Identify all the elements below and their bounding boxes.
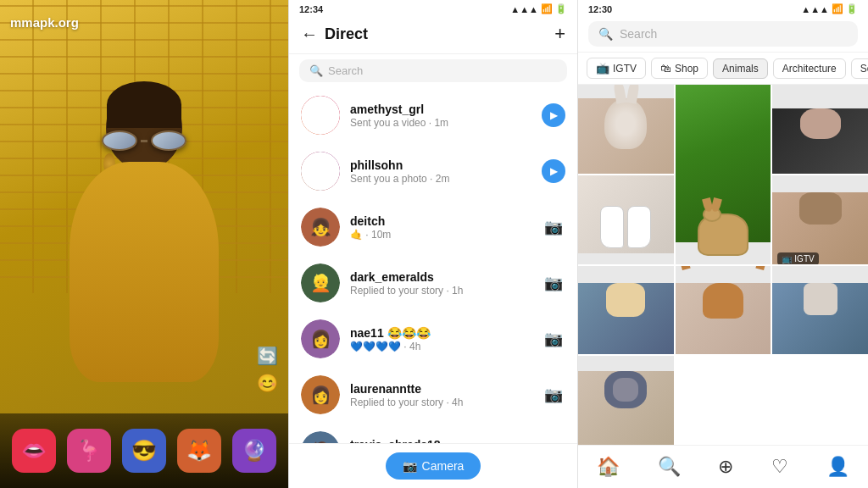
dm-info-2: deitch 🤙 · 10m [350,214,531,241]
dm-action-play-1[interactable]: ▶ [542,159,565,183]
dm-action-camera-5[interactable]: 📷 [542,383,565,407]
grid-cell-3[interactable] [578,175,674,264]
dm-sub-5: Replied to your story · 4h [350,396,531,408]
dm-item-6[interactable]: 🧑 travis_shreds18 🔥🔥🔥 · 1d 📷 [289,423,577,443]
igtv-label: IGTV [794,254,814,263]
search-icon-explore: 🔍 [598,27,613,41]
grid-cell-2[interactable] [772,85,868,174]
dm-item-0[interactable]: 👩 amethyst_grl Sent you a video · 1m ▶ [289,87,577,143]
dm-item-1[interactable]: 👨 phillsohn Sent you a photo · 2m ▶ [289,143,577,199]
tab-igtv[interactable]: 📺 IGTV [587,58,646,79]
tab-architecture[interactable]: Architecture [773,58,846,79]
camera-actions: 🔄 😊 [257,346,278,393]
photo-bg-4: 📺 IGTV [772,192,868,264]
nav-activity[interactable]: ♡ [763,452,797,481]
tab-animals[interactable]: Animals [713,58,768,79]
avatar-circle-3: 👱 [301,263,340,302]
igtv-icon-badge: 📺 [782,254,792,263]
status-time-explore: 12:30 [588,4,612,14]
sunglasses [102,130,186,152]
filter-btn-fox[interactable]: 🦊 [177,429,221,473]
dm-action-camera-3[interactable]: 📷 [542,271,565,295]
dm-username-1: phillsohn [350,158,531,172]
direct-header: ← Direct + [289,14,577,54]
dm-username-5: laurenanntte [350,382,531,396]
back-button[interactable]: ← [301,25,318,44]
dm-sub-4: 💙💙💙💙 · 4h [350,341,531,352]
explore-panel: 12:30 ▲▲▲ 📶 🔋 🔍 Search 📺 IGTV 🛍 Shop Ani… [578,0,868,488]
status-bar-direct: 12:34 ▲▲▲ 📶 🔋 [289,0,577,14]
nav-add[interactable]: ⊕ [709,452,742,481]
emoji-sticker-icon[interactable]: 😊 [257,373,278,393]
status-time-direct: 12:34 [299,4,323,14]
dm-sub-3: Replied to your story · 1h [350,285,531,297]
signal-icon-explore: ▲▲▲ [801,4,829,14]
battery-icon-explore: 🔋 [846,3,858,14]
grid-cell-5[interactable] [578,266,674,355]
tab-science[interactable]: Science [851,58,868,79]
camera-panel: mmapk.org 🔄 😊 👄 🦩 😎 🦊 🔮 [0,0,288,488]
filter-btn-sunglasses[interactable]: 😎 [122,429,166,473]
photo-bg-1 [676,85,771,242]
battery-icon: 🔋 [555,3,567,14]
explore-header: 🔍 Search [578,14,868,53]
avatar-circle-2: 👧 [301,208,340,247]
signal-icon: ▲▲▲ [510,4,538,14]
dm-sub-0: Sent you a video · 1m [350,117,531,129]
status-icons-explore: ▲▲▲ 📶 🔋 [801,3,858,14]
grid-cell-6[interactable] [676,266,771,355]
avatar-circle-5: 👩 [301,375,340,414]
grid-cell-0[interactable] [578,85,674,174]
explore-photo-grid: 📺 IGTV [578,85,868,445]
shoes-shape [578,175,674,253]
direct-title: Direct [325,25,554,43]
person-hair [107,81,181,128]
photo-bg-2 [772,108,868,174]
rotate-camera-icon[interactable]: 🔄 [257,346,278,366]
dm-info-1: phillsohn Sent you a photo · 2m [350,158,531,185]
animal-shape-5 [606,283,645,317]
explore-search-text: Search [620,27,657,41]
dm-action-camera-2[interactable]: 📷 [542,215,565,239]
photo-bg-5 [578,283,674,355]
nav-search[interactable]: 🔍 [649,452,689,481]
tab-science-label: Science [860,63,868,75]
status-icons-direct: ▲▲▲ 📶 🔋 [510,3,567,14]
filter-btn-flamingo[interactable]: 🦩 [67,429,111,473]
direct-search-bar[interactable]: 🔍 Search [299,59,567,82]
camera-button-label: Camera [422,459,465,473]
camera-button[interactable]: 📷 Camera [386,452,481,480]
new-message-button[interactable]: + [554,23,565,45]
tab-shop[interactable]: 🛍 Shop [651,58,708,79]
dm-action-play-0[interactable]: ▶ [542,103,565,127]
nav-home[interactable]: 🏠 [588,452,628,481]
dm-avatar-6: 🧑 [301,431,340,443]
dm-sub-1: Sent you a photo · 2m [350,173,531,185]
dm-info-0: amethyst_grl Sent you a video · 1m [350,103,531,129]
igtv-icon: 📺 [596,62,609,75]
grid-cell-1[interactable] [676,85,771,264]
explore-search-bar[interactable]: 🔍 Search [588,21,858,47]
grid-cell-8[interactable] [578,356,674,445]
photo-bg-8 [578,371,674,445]
grid-cell-4[interactable]: 📺 IGTV [772,175,868,264]
dm-item-5[interactable]: 👩 laurenanntte Replied to your story · 4… [289,367,577,423]
tab-animals-label: Animals [722,63,759,75]
filter-btn-mouth[interactable]: 👄 [12,429,56,473]
photo-bg-7 [772,283,868,355]
dm-avatar-4: 👩 [301,319,340,358]
dm-item-3[interactable]: 👱 dark_emeralds Replied to your story · … [289,255,577,311]
status-bar-explore: 12:30 ▲▲▲ 📶 🔋 [578,0,868,14]
search-placeholder: Search [328,64,363,77]
dm-info-3: dark_emeralds Replied to your story · 1h [350,270,531,297]
grid-cell-7[interactable] [772,266,868,355]
dm-action-camera-4[interactable]: 📷 [542,327,565,351]
filter-btn-orb[interactable]: 🔮 [232,429,276,473]
dm-item-2[interactable]: 👧 deitch 🤙 · 10m 📷 [289,199,577,255]
dm-item-4[interactable]: 👩 nae11 😂😂😂 💙💙💙💙 · 4h 📷 [289,311,577,367]
photo-bg-0 [578,98,674,174]
dm-sub-2: 🤙 · 10m [350,229,531,241]
photo-bg-6 [676,283,771,355]
nav-profile[interactable]: 👤 [818,452,858,481]
dm-avatar-3: 👱 [301,263,340,302]
